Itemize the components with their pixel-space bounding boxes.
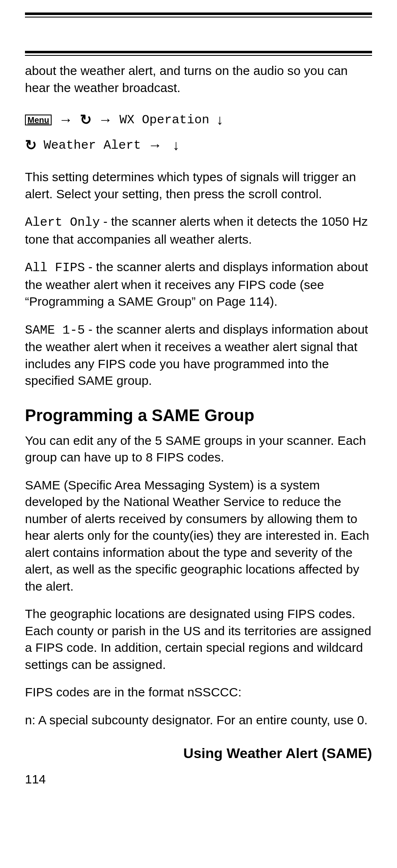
paragraph-same-definition: SAME (Specific Area Messaging System) is… bbox=[25, 477, 372, 595]
nav-item-wx-operation: WX Operation bbox=[119, 113, 209, 127]
page-number: 114 bbox=[25, 772, 372, 786]
option-alert-only: Alert Only - the scanner alerts when it … bbox=[25, 213, 372, 248]
rule-thin bbox=[25, 17, 372, 17]
arrow-right-icon: → bbox=[148, 132, 162, 158]
top-rule-group bbox=[25, 12, 372, 17]
paragraph-groups: You can edit any of the 5 SAME groups in… bbox=[25, 432, 372, 466]
nav-item-weather-alert: Weather Alert bbox=[44, 138, 141, 152]
option-label: SAME 1-5 bbox=[25, 323, 85, 337]
menu-navigation: Menu → ↻ → WX Operation ↓ ↻ Weather Aler… bbox=[25, 107, 372, 158]
section-heading: Programming a SAME Group bbox=[25, 406, 372, 425]
rule-thin bbox=[25, 55, 372, 56]
scroll-rotate-icon: ↻ bbox=[25, 132, 37, 158]
arrow-down-icon: ↓ bbox=[172, 132, 179, 158]
option-label: Alert Only bbox=[25, 215, 100, 229]
option-all-fips: All FIPS - the scanner alerts and displa… bbox=[25, 259, 372, 310]
footer-section-title: Using Weather Alert (SAME) bbox=[25, 745, 372, 761]
option-label: All FIPS bbox=[25, 261, 85, 275]
paragraph-format: FIPS codes are in the format nSSCCC: bbox=[25, 684, 372, 701]
paragraph-n-designator: n: A special subcounty designator. For a… bbox=[25, 712, 372, 729]
paragraph-fips: The geographic locations are designated … bbox=[25, 606, 372, 673]
arrow-down-icon: ↓ bbox=[216, 107, 223, 132]
arrow-right-icon: → bbox=[98, 107, 112, 132]
second-rule-group bbox=[25, 51, 372, 56]
scroll-rotate-icon: ↻ bbox=[80, 107, 92, 132]
menu-key-icon: Menu bbox=[25, 115, 52, 125]
setting-intro: This setting determines which types of s… bbox=[25, 169, 372, 202]
intro-continuation: about the weather alert, and turns on th… bbox=[25, 62, 372, 96]
rule-heavy bbox=[25, 12, 372, 15]
option-same-1-5: SAME 1-5 - the scanner alerts and displa… bbox=[25, 321, 372, 389]
page: about the weather alert, and turns on th… bbox=[0, 0, 397, 868]
rule-heavy bbox=[25, 51, 372, 53]
arrow-right-icon: → bbox=[59, 107, 73, 132]
